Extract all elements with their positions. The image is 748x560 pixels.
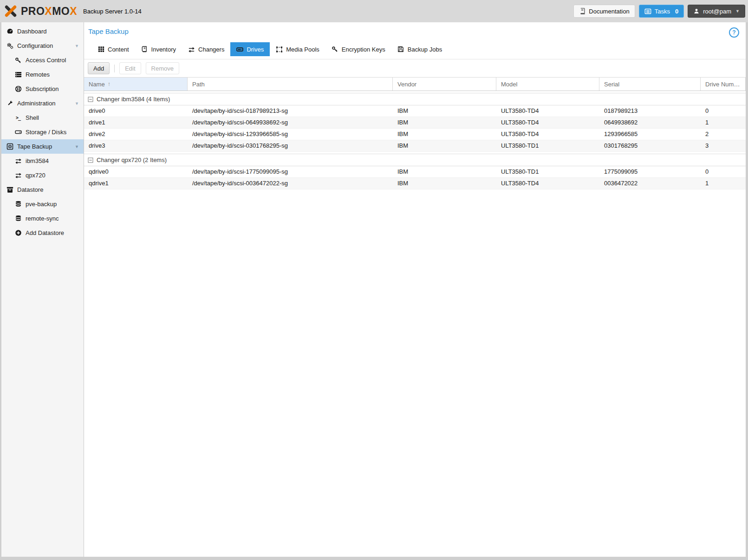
group-header-ibm3584[interactable]: Changer ibm3584 (4 Items)	[84, 93, 746, 105]
sidebar-item-qpx720[interactable]: qpx720	[1, 168, 84, 182]
caret-down-icon[interactable]: ▼	[75, 44, 79, 48]
sidebar-item-configuration[interactable]: Configuration ▼	[1, 39, 84, 53]
logo-wordmark: PROXMOX	[21, 5, 77, 18]
column-label: Name	[89, 81, 105, 88]
table-row[interactable]: qdrive0 /dev/tape/by-id/scsi-1775099095-…	[84, 166, 746, 178]
sidebar-item-storage-disks[interactable]: Storage / Disks	[1, 125, 84, 139]
table-cell: /dev/tape/by-id/scsi-0301768295-sg	[188, 140, 393, 151]
tab-content[interactable]: Content	[91, 42, 135, 56]
sidebar-item-subscription[interactable]: Subscription	[1, 82, 84, 96]
caret-down-icon[interactable]: ▼	[75, 101, 79, 106]
tape-icon	[6, 143, 13, 150]
add-button[interactable]: Add	[88, 62, 110, 74]
sidebar-item-label: Dashboard	[17, 28, 47, 35]
key-icon	[332, 46, 338, 53]
sidebar-item-label: qpx720	[26, 172, 46, 179]
sidebar-item-label: Storage / Disks	[26, 129, 66, 136]
sidebar-item-access-control[interactable]: Access Control	[1, 53, 84, 67]
tab-encryption-keys[interactable]: Encryption Keys	[325, 42, 391, 56]
table-cell: IBM	[393, 117, 496, 128]
tab-media-pools[interactable]: Media Pools	[270, 42, 325, 56]
sidebar-item-label: Shell	[26, 114, 39, 121]
table-cell: /dev/tape/by-id/scsi-1293966585-sg	[188, 129, 393, 140]
remove-button[interactable]: Remove	[146, 62, 179, 74]
help-icon[interactable]: ?	[729, 27, 739, 38]
sort-ascending-icon: ↑	[108, 81, 111, 87]
group-header-label: Changer ibm3584 (4 Items)	[97, 96, 170, 103]
user-icon	[693, 8, 700, 14]
tape-drive-icon	[236, 46, 243, 53]
table-row[interactable]: drive3 /dev/tape/by-id/scsi-0301768295-s…	[84, 140, 746, 152]
sidebar-item-ibm3584[interactable]: ibm3584	[1, 154, 84, 168]
column-header-vendor[interactable]: Vendor	[393, 78, 496, 91]
sidebar-item-dashboard[interactable]: Dashboard	[1, 24, 84, 39]
table-row[interactable]: drive0 /dev/tape/by-id/scsi-0187989213-s…	[84, 105, 746, 117]
wrench-icon	[6, 100, 13, 107]
chevron-down-icon: ▼	[735, 9, 740, 13]
table-cell: 0301768295	[599, 140, 701, 151]
toolbar-separator	[114, 65, 115, 72]
table-cell: /dev/tape/by-id/scsi-0036472022-sg	[188, 178, 393, 189]
book-icon	[141, 46, 148, 53]
sidebar-item-remotes[interactable]: Remotes	[1, 67, 84, 82]
table-row[interactable]: drive2 /dev/tape/by-id/scsi-1293966585-s…	[84, 129, 746, 140]
edit-button[interactable]: Edit	[119, 62, 141, 74]
exchange-icon	[188, 46, 195, 53]
proxmox-logo[interactable]: PROXMOX	[4, 4, 77, 18]
tab-changers[interactable]: Changers	[182, 42, 230, 56]
sidebar: Dashboard Configuration ▼ Access Control	[1, 22, 84, 557]
group-rows: qdrive0 /dev/tape/by-id/scsi-1775099095-…	[84, 166, 746, 189]
object-group-icon	[276, 46, 283, 53]
proxmox-x-icon	[4, 4, 18, 18]
dashboard-icon	[6, 28, 13, 35]
table-cell: ULT3580-TD4	[496, 105, 599, 117]
table-cell: IBM	[393, 166, 496, 177]
table-cell: 0	[701, 166, 746, 177]
tab-inventory[interactable]: Inventory	[135, 42, 182, 56]
column-label: Drive Num…	[705, 81, 740, 88]
column-label: Model	[501, 81, 517, 88]
table-row[interactable]: drive1 /dev/tape/by-id/scsi-0649938692-s…	[84, 117, 746, 129]
app-frame: Dashboard Configuration ▼ Access Control	[0, 22, 748, 557]
tab-label: Inventory	[151, 46, 176, 53]
user-menu-button[interactable]: root@pam ▼	[688, 5, 745, 18]
tab-label: Content	[108, 46, 129, 53]
group-header-qpx720[interactable]: Changer qpx720 (2 Items)	[84, 154, 746, 166]
table-cell: drive3	[84, 140, 188, 151]
table-row[interactable]: qdrive1 /dev/tape/by-id/scsi-0036472022-…	[84, 178, 746, 189]
tasks-button[interactable]: Tasks 0	[639, 5, 684, 18]
exchange-icon	[14, 172, 22, 179]
tab-backup-jobs[interactable]: Backup Jobs	[391, 42, 448, 56]
sidebar-item-tape-backup[interactable]: Tape Backup ▼	[1, 139, 84, 154]
group-header-label: Changer qpx720 (2 Items)	[97, 156, 167, 163]
collapse-icon[interactable]	[88, 97, 93, 102]
column-header-model[interactable]: Model	[496, 78, 599, 91]
sidebar-item-pve-backup[interactable]: pve-backup	[1, 197, 84, 211]
sidebar-item-remote-sync[interactable]: remote-sync	[1, 211, 84, 226]
column-header-serial[interactable]: Serial	[599, 78, 701, 91]
sidebar-item-add-datastore[interactable]: Add Datastore	[1, 226, 84, 240]
sidebar-item-shell[interactable]: >_ Shell	[1, 111, 84, 125]
database-icon	[14, 215, 22, 222]
tab-drives[interactable]: Drives	[230, 42, 270, 56]
book-icon	[579, 8, 585, 14]
sidebar-item-label: Subscription	[26, 85, 59, 92]
sidebar-item-label: Tape Backup	[17, 143, 52, 150]
table-cell: IBM	[393, 129, 496, 140]
table-cell: 1775099095	[599, 166, 701, 177]
toolbar: Add Edit Remove	[84, 59, 746, 77]
terminal-icon: >_	[14, 114, 22, 122]
caret-down-icon[interactable]: ▼	[75, 144, 79, 149]
sidebar-item-label: Remotes	[26, 71, 50, 78]
sidebar-item-administration[interactable]: Administration ▼	[1, 96, 84, 111]
documentation-button[interactable]: Documentation	[573, 5, 635, 18]
collapse-icon[interactable]	[88, 157, 93, 163]
table-cell: ULT3580-TD4	[496, 129, 599, 140]
table-cell: drive1	[84, 117, 188, 128]
table-cell: IBM	[393, 105, 496, 117]
sidebar-item-datastore[interactable]: Datastore	[1, 182, 84, 197]
column-header-path[interactable]: Path	[188, 78, 393, 91]
column-header-drive-num[interactable]: Drive Num…	[701, 78, 746, 91]
table-cell: 0036472022	[599, 178, 701, 189]
column-header-name[interactable]: Name ↑	[84, 78, 188, 91]
